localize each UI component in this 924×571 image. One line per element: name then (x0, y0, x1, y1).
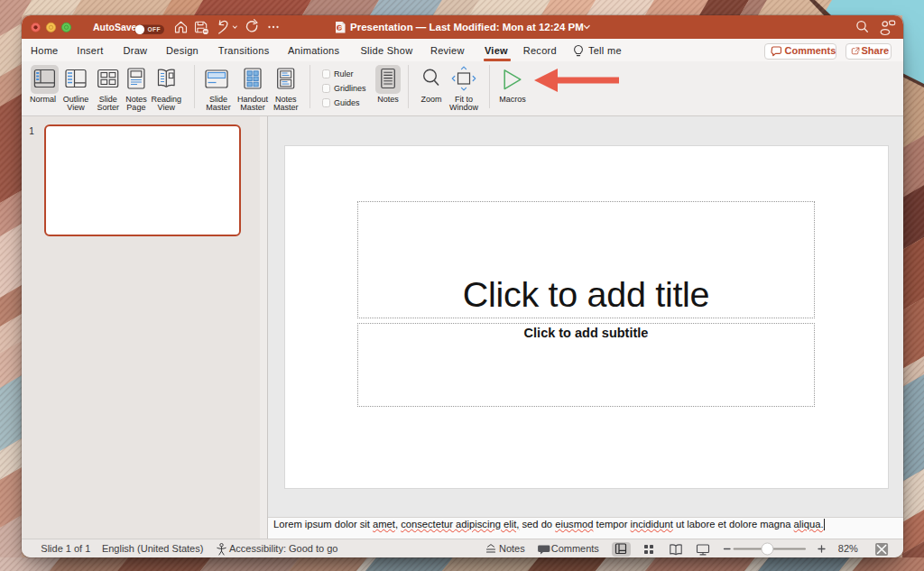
svg-text:OFF: OFF (148, 26, 161, 32)
svg-text:P: P (338, 25, 342, 31)
svg-text:AutoSave: AutoSave (93, 22, 137, 32)
svg-text:Presentation — Last Modified:: Presentation — Last Modified: Mon at 12:… (350, 22, 584, 32)
